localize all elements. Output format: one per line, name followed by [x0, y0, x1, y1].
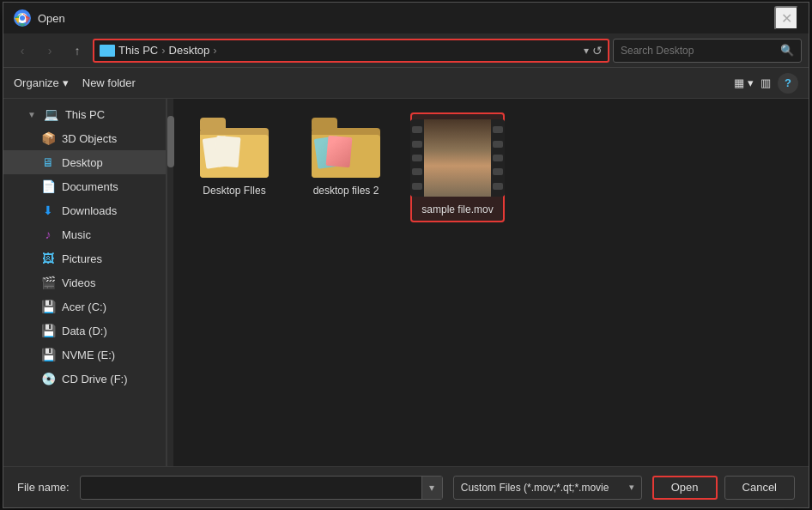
film-strip-left — [410, 119, 424, 197]
film-strip-right — [491, 119, 505, 197]
sidebar-label-3d-objects: 3D Objects — [62, 132, 117, 145]
video-thumbnail — [410, 119, 505, 197]
cancel-button[interactable]: Cancel — [724, 476, 795, 500]
film-hole — [412, 126, 422, 133]
film-hole — [412, 155, 422, 161]
downloads-icon: ⬇ — [41, 203, 55, 217]
documents-icon: 📄 — [41, 179, 55, 193]
close-button[interactable]: ✕ — [774, 6, 798, 30]
folder-3d-icon: 📦 — [41, 131, 55, 145]
folder-icon — [200, 118, 269, 178]
organize-button[interactable]: Organize ▾ — [14, 76, 69, 89]
filename-input[interactable] — [81, 481, 421, 494]
breadcrumb-desktop[interactable]: Desktop — [169, 44, 210, 57]
address-refresh-icon[interactable]: ↺ — [592, 44, 603, 58]
open-dialog: Open ✕ ‹ › ↑ This PC › Desktop › ▾ ↺ 🔍 — [3, 2, 809, 508]
sidebar-item-cd-drive-f[interactable]: 💿 CD Drive (F:) — [3, 367, 166, 391]
list-item[interactable]: sample file.mov — [410, 112, 505, 222]
file-label: Desktop FIles — [203, 185, 265, 197]
sidebar-item-documents[interactable]: 📄 Documents — [3, 174, 166, 198]
file-area: Desktop FIles desktop files 2 — [173, 99, 809, 466]
svg-point-3 — [20, 15, 25, 21]
search-icon[interactable]: 🔍 — [780, 44, 794, 57]
dialog-title: Open — [38, 12, 65, 25]
forward-button[interactable]: › — [38, 39, 62, 63]
pictures-icon: 🖼 — [41, 252, 55, 265]
film-hole — [412, 183, 422, 190]
sidebar-item-3d-objects[interactable]: 📦 3D Objects — [3, 126, 166, 150]
breadcrumb-sep-2: › — [213, 44, 216, 57]
back-button[interactable]: ‹ — [10, 39, 34, 63]
sidebar-label-pictures: Pictures — [62, 252, 102, 265]
pc-icon — [100, 45, 115, 57]
sidebar-label-acer-c: Acer (C:) — [62, 301, 106, 313]
view-arrow-icon: ▾ — [748, 76, 754, 89]
sidebar-label-nvme-e: NVME (E:) — [62, 349, 115, 361]
sidebar-item-desktop[interactable]: 🖥 Desktop — [3, 150, 166, 174]
breadcrumb-sep-1: › — [161, 44, 165, 57]
new-folder-label: New folder — [82, 76, 136, 89]
search-bar: 🔍 — [613, 39, 802, 63]
sidebar-item-data-d[interactable]: 💾 Data (D:) — [3, 319, 166, 343]
sidebar-label-videos: Videos — [62, 276, 96, 289]
filename-dropdown-button[interactable]: ▾ — [421, 477, 442, 499]
film-hole — [412, 168, 422, 175]
help-button[interactable]: ? — [778, 73, 798, 94]
videos-icon: 🎬 — [41, 276, 55, 289]
drive-d-icon: 💾 — [41, 324, 55, 337]
sidebar: ▼ 💻 This PC 📦 3D Objects 🖥 Desktop 📄 Doc… — [3, 99, 167, 466]
open-button[interactable]: Open — [652, 476, 718, 500]
sidebar-item-videos[interactable]: 🎬 Videos — [3, 270, 166, 294]
folder-icon — [312, 118, 380, 178]
panel-toggle-button[interactable]: ▥ — [760, 76, 771, 89]
list-item[interactable]: Desktop FIles — [187, 112, 282, 202]
filename-label: File name: — [17, 481, 70, 494]
chevron-down-icon: ▼ — [27, 110, 36, 119]
sidebar-label-downloads: Downloads — [62, 204, 117, 217]
new-folder-button[interactable]: New folder — [82, 76, 136, 89]
sidebar-scrollbar[interactable] — [167, 99, 173, 466]
view-dropdown-button[interactable]: ▦ ▾ — [734, 76, 754, 89]
film-hole — [493, 141, 503, 148]
desktop-icon: 🖥 — [41, 155, 55, 169]
up-button[interactable]: ↑ — [65, 39, 89, 63]
sidebar-item-this-pc[interactable]: ▼ 💻 This PC — [3, 102, 166, 126]
sidebar-label-data-d: Data (D:) — [62, 325, 107, 337]
address-bar[interactable]: This PC › Desktop › ▾ ↺ — [93, 39, 609, 63]
organize-arrow-icon: ▾ — [63, 76, 69, 89]
sidebar-item-nvme-e[interactable]: 💾 NVME (E:) — [3, 343, 166, 367]
filetype-selector[interactable]: Custom Files (*.mov;*.qt;*.movie ▾ — [453, 476, 642, 500]
sidebar-label-cd-f: CD Drive (F:) — [62, 373, 128, 386]
organize-label: Organize — [14, 76, 59, 89]
file-label: sample file.mov — [421, 203, 493, 216]
content-area: ▼ 💻 This PC 📦 3D Objects 🖥 Desktop 📄 Doc… — [3, 99, 809, 466]
breadcrumb-this-pc[interactable]: This PC — [118, 44, 158, 57]
file-label: desktop files 2 — [313, 185, 379, 197]
drive-c-icon: 💾 — [41, 300, 55, 313]
scrollbar-thumb — [167, 116, 174, 167]
list-item[interactable]: desktop files 2 — [299, 112, 393, 202]
cd-drive-icon: 💿 — [41, 372, 55, 386]
organize-right: ▦ ▾ ▥ ? — [734, 73, 798, 94]
bottom-bar: File name: ▾ Custom Files (*.mov;*.qt;*.… — [3, 466, 809, 507]
drive-e-icon: 💾 — [41, 348, 55, 361]
sidebar-item-pictures[interactable]: 🖼 Pictures — [3, 246, 166, 270]
toolbar: ‹ › ↑ This PC › Desktop › ▾ ↺ 🔍 — [3, 33, 809, 68]
sidebar-label-this-pc: This PC — [65, 108, 105, 121]
search-input[interactable] — [621, 45, 775, 57]
filename-input-wrapper: ▾ — [80, 476, 443, 500]
organize-bar: Organize ▾ New folder ▦ ▾ ▥ ? — [3, 68, 809, 99]
sidebar-item-music[interactable]: ♪ Music — [3, 222, 166, 246]
sidebar-item-downloads[interactable]: ⬇ Downloads — [3, 198, 166, 222]
sidebar-item-acer-c[interactable]: 💾 Acer (C:) — [3, 294, 166, 319]
view-icon: ▦ — [734, 76, 744, 89]
organize-left: Organize ▾ New folder — [14, 76, 136, 89]
help-label: ? — [785, 76, 791, 89]
chrome-icon — [14, 9, 31, 27]
panel-icon: ▥ — [760, 76, 771, 89]
filetype-arrow-icon: ▾ — [629, 482, 634, 493]
filetype-label: Custom Files (*.mov;*.qt;*.movie — [461, 482, 624, 494]
address-dropdown-icon[interactable]: ▾ — [584, 45, 589, 57]
sidebar-label-documents: Documents — [62, 180, 118, 193]
pc-icon: 💻 — [45, 107, 58, 121]
